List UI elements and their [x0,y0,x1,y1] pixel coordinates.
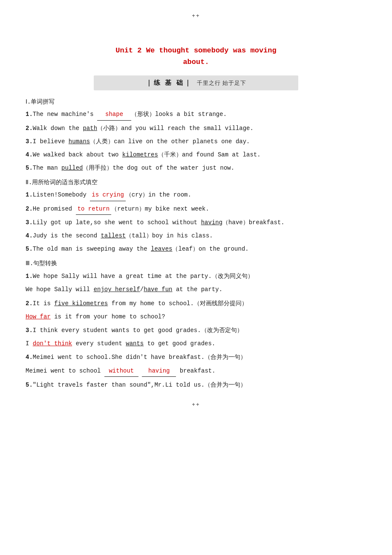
section-banner: ｜练 基 础｜ 千里之行 始于足下 [94,75,298,90]
banner-main: ｜练 基 础｜ [146,79,193,87]
exercise-3-5: 5."Light travels faster than sound",Mr.L… [26,379,366,390]
section-2-title: Ⅱ.用所给词的适当形式填空 [26,179,366,186]
section-1-list: 1.The new machine's shape （形状）looks a bi… [26,109,366,173]
answer-1-3: humans [69,138,90,145]
exercise-3-3: 3.I think every student wants to get goo… [26,325,366,349]
answer-3-3: I don't think every student wants to get… [26,338,366,349]
unit-title: Unit 2 We thought somebody was moving ab… [26,45,366,68]
list-item: 1.The new machine's shape （形状）looks a bi… [26,109,366,120]
answer-3-4: Meimei went to school without having bre… [26,366,366,377]
section-3: Ⅲ.句型转换 1.We hope Sally will have a great… [26,260,366,390]
answer-1-5: pulled [61,165,83,171]
answer-3-1: We hope Sally will enjoy herself/have fu… [26,284,366,295]
banner-sub: 千里之行 始于足下 [197,79,246,87]
list-item: 3.I believe humans（人类）can live on the ot… [26,136,366,147]
page-bottom-marker: ++ [26,393,366,412]
answer-2-2: to return [76,204,112,215]
section-1: Ⅰ.单词拼写 1.The new machine's shape （形状）loo… [26,98,366,173]
list-item: 5.The old man is sweeping away the leave… [26,244,366,254]
page-top-marker: ++ [26,9,366,45]
section-3-title: Ⅲ.句型转换 [26,260,366,267]
list-item: 4.We walked back about two kilometres（千米… [26,150,366,160]
list-item: 2.Walk down the path（小路）and you will rea… [26,123,366,134]
section-2: Ⅱ.用所给词的适当形式填空 1.Listen!Somebody is cryin… [26,179,366,254]
answer-3-2: How far is it from your home to school? [26,312,366,322]
answer-1-2: path [83,125,97,132]
exercise-3-1: 1.We hope Sally will have a great time a… [26,271,366,295]
answer-2-5: leaves [151,246,172,252]
list-item: 4.Judy is the second tallest（tall）boy in… [26,231,366,241]
answer-2-3: having [201,219,222,226]
section-1-title: Ⅰ.单词拼写 [26,98,366,106]
answer-1-1: shape [97,109,131,120]
answer-1-4: kilometres [122,151,158,158]
list-item: 2.He promised to return （return）my bike … [26,204,366,215]
section-2-list: 1.Listen!Somebody is crying （cry）in the … [26,190,366,254]
list-item: 3.Lily got up late,so she went to school… [26,217,366,228]
list-item: 5.The man pulled（用手拉）the dog out of the … [26,163,366,173]
answer-2-1: is crying [90,190,126,201]
exercise-3-2: 2.It is five kilometres from my home to … [26,298,366,322]
answer-2-4: tallest [101,232,126,239]
list-item: 1.Listen!Somebody is crying （cry）in the … [26,190,366,201]
exercise-3-4: 4.Meimei went to school.She didn't have … [26,352,366,376]
